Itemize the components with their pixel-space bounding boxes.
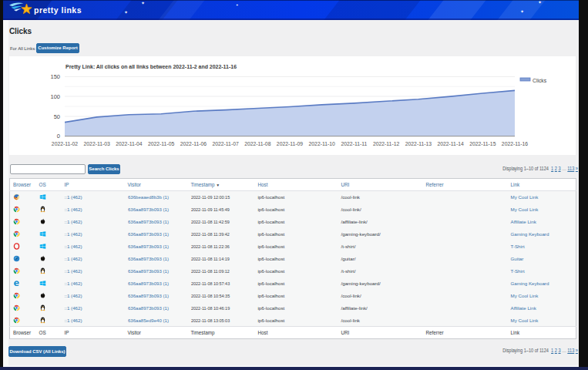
svg-text:100: 100 [50, 93, 60, 100]
svg-text:2022-11-02: 2022-11-02 [52, 141, 78, 146]
svg-text:2022-11-11: 2022-11-11 [341, 141, 368, 146]
svg-text:2022-11-05: 2022-11-05 [148, 141, 174, 146]
svg-text:2022-11-04: 2022-11-04 [116, 141, 142, 146]
svg-text:150: 150 [50, 73, 60, 80]
svg-text:50: 50 [54, 113, 60, 120]
svg-text:2022-11-03: 2022-11-03 [84, 141, 110, 146]
svg-text:0: 0 [57, 133, 60, 140]
svg-text:2022-11-06: 2022-11-06 [180, 141, 207, 146]
svg-text:2022-11-16: 2022-11-16 [502, 141, 528, 146]
svg-text:2022-11-07: 2022-11-07 [212, 141, 238, 146]
svg-text:2022-11-13: 2022-11-13 [405, 141, 432, 146]
svg-text:2022-11-09: 2022-11-09 [277, 141, 303, 146]
svg-text:2022-11-12: 2022-11-12 [373, 141, 399, 146]
svg-text:2022-11-15: 2022-11-15 [469, 141, 496, 146]
svg-text:Clicks: Clicks [533, 78, 547, 83]
svg-text:2022-11-10: 2022-11-10 [309, 141, 335, 146]
svg-text:2022-11-08: 2022-11-08 [244, 141, 270, 146]
svg-text:Pretty Link: All clicks on all: Pretty Link: All clicks on all links bet… [66, 63, 237, 70]
svg-text:2022-11-14: 2022-11-14 [437, 141, 463, 146]
